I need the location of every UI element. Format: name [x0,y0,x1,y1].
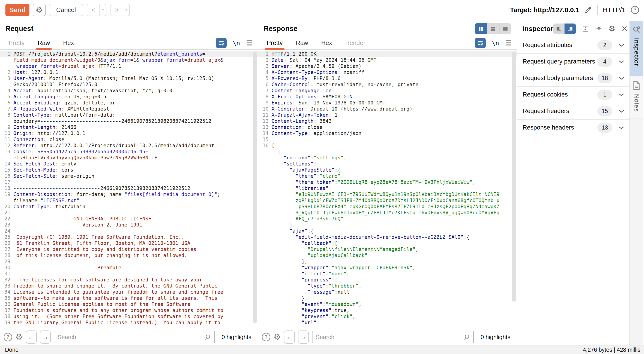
editor-line: 2Date: Sat, 04 May 2024 18:44:06 GMT [258,57,517,63]
line-number: 15 [258,136,268,142]
inspector-section-request-attributes[interactable]: Request attributes2 [517,37,630,54]
tab-raw[interactable]: Raw [38,37,50,49]
cancel-button[interactable]: Cancel [49,4,83,16]
word-wrap-toggle[interactable] [475,38,486,48]
editor-line: 12Referer: http://127.0.0.1/Projects/dru… [0,142,258,149]
line-number [0,81,10,87]
collapse-all-icon[interactable] [595,25,603,33]
editor-line: 36General Public License applies to most… [0,301,258,307]
line-number: 39 [0,319,10,326]
editor-line: 17 [0,179,258,185]
request-search-field[interactable] [54,331,215,343]
dock-right-button[interactable] [564,23,576,34]
chevron-down-icon[interactable]: ▾ [100,4,106,15]
previous-match-button[interactable]: ← [284,331,295,344]
forward-history-button[interactable]: > ▾ [110,4,130,16]
inspector-section-response-headers[interactable]: Response headers13 [517,120,630,136]
editor-line: "edit-field-media-document-0-remove-butt… [258,234,517,240]
editor-line: 11X-Drupal-Ajax-Token: 1 [258,112,517,118]
response-scrollbar[interactable] [512,51,516,302]
side-tab-notes[interactable]: Notes [630,76,643,118]
line-content: User-Agent: Mozilla/5.0 (Macintosh; Inte… [10,75,214,81]
back-history-button[interactable]: < ▾ [87,4,106,16]
help-icon[interactable]: ? [262,333,270,341]
editor-line: "command":"settings", [258,155,517,161]
dock-left-button[interactable] [553,23,564,34]
line-content: zqRlkgDdlcFWZoISJP8-ZM40dBBQoOrbX7DYsLJ2… [268,197,500,203]
line-content: "ajaxPageState":{ [268,167,340,173]
close-icon[interactable] [621,25,628,32]
tab-hex[interactable]: Hex [321,37,332,49]
editor-line: 16Sec-Fetch-Site: same-origin [0,173,258,179]
tab-pretty[interactable]: Pretty [267,37,283,49]
line-number: 3 [258,63,268,69]
inspector-section-request-body-parameters[interactable]: Request body parameters18 [517,70,630,87]
line-content: "eJx9UNFuwzAI_CE3-YZ9SUUIWdmw8Qyu1n19nSp… [268,191,500,197]
editor-menu-icon[interactable] [246,40,253,46]
request-editor[interactable]: 1POST /Projects/drupal-10.2.6/media/add/… [0,50,258,329]
http-version-label[interactable]: HTTP/1 [603,6,626,14]
line-number [258,173,268,179]
help-icon[interactable] [630,5,640,14]
side-tab-inspector[interactable]: Inspector [630,21,643,76]
send-settings-button[interactable]: ⚙ [32,4,46,16]
show-newlines-toggle[interactable]: \n [492,39,499,47]
inspector-section-request-cookies[interactable]: Request cookies1 [517,87,630,103]
chevron-down-icon[interactable] [618,43,624,47]
inspector-settings-icon[interactable]: ⚙ [608,25,615,32]
editor-line: 24 [0,228,258,234]
inspector-section-request-query-parameters[interactable]: Request query parameters4 [517,54,630,70]
line-content: Cookie: SESS05d4275ca1538832b5ab92000bcd… [10,149,148,155]
chevron-down-icon[interactable]: ▾ [123,4,130,15]
help-icon[interactable]: ? [4,333,12,341]
line-number: 31 [0,271,10,277]
editor-line: 35software--to make sure the software is… [0,295,258,301]
show-newlines-toggle[interactable]: \n [232,39,240,47]
editor-menu-icon[interactable] [505,40,512,46]
previous-match-button[interactable]: ← [26,331,37,344]
line-content: Date: Sat, 04 May 2024 18:44:06 GMT [268,57,376,63]
layout-single-button[interactable] [499,23,511,34]
layout-columns-button[interactable] [474,23,487,34]
line-content: freedom to share and change it. By contr… [10,283,218,289]
tab-hex[interactable]: Hex [63,37,74,49]
response-editor[interactable]: 1HTTP/1.1 200 OK2Date: Sat, 04 May 2024 … [258,50,517,329]
tab-raw[interactable]: Raw [296,37,308,49]
inspector-section-request-headers[interactable]: Request headers15 [517,103,630,120]
editor-line: 4X-Content-Type-Options: nosniff [258,69,517,75]
editor-line: ], [258,258,517,264]
expand-all-icon[interactable] [581,25,590,33]
search-settings-icon[interactable]: ⚙ [16,333,23,341]
line-content: The licenses for most software are desig… [10,277,202,283]
word-wrap-toggle[interactable] [216,38,227,48]
chevron-down-icon[interactable] [618,76,624,80]
line-content: "event":"mousedown", [268,301,362,307]
tab-pretty[interactable]: Pretty [8,37,25,49]
request-scrollbar[interactable] [253,51,257,323]
chevron-down-icon[interactable] [618,126,624,130]
line-number [258,240,268,246]
line-number [258,252,268,258]
tab-render[interactable]: Render [345,37,366,49]
next-match-button[interactable]: → [298,331,309,344]
search-input[interactable] [58,334,204,341]
chevron-down-icon[interactable] [618,93,624,97]
line-number [258,161,268,167]
response-search-field[interactable] [312,331,474,343]
line-number [258,264,268,271]
line-number [258,228,268,234]
send-button[interactable]: Send [6,4,30,16]
chevron-down-icon[interactable] [618,60,624,63]
status-message: Done [5,347,18,353]
search-input[interactable] [316,334,463,341]
line-content: 51 Franklin Street, Fifth Floor, Boston,… [10,240,190,246]
line-content: ], [268,258,308,264]
layout-rows-button[interactable] [487,23,499,34]
section-count-badge: 4 [597,57,612,67]
line-number [258,167,268,173]
search-settings-icon[interactable]: ⚙ [274,333,281,341]
next-match-button[interactable]: → [40,331,51,344]
edit-target-icon[interactable] [584,6,592,14]
editor-line: _wrapper_format=drupal_ajax HTTP/1.1 [0,63,258,69]
chevron-down-icon[interactable] [618,109,624,113]
